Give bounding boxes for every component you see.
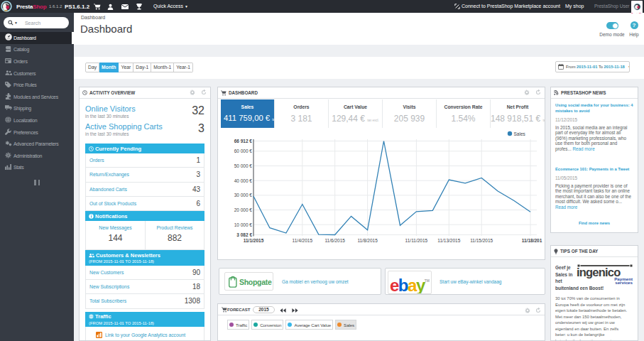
svg-text:services: services: [615, 280, 633, 284]
svg-text:11/11/2015: 11/11/2015: [405, 238, 428, 243]
svg-text:11/4/2015: 11/4/2015: [293, 238, 313, 243]
svg-text:3 082 €: 3 082 €: [236, 232, 252, 237]
svg-text:11/15/2015: 11/15/2015: [470, 238, 493, 243]
svg-text:11/13/2015: 11/13/2015: [437, 238, 460, 243]
svg-text:11/1/2015: 11/1/2015: [244, 238, 264, 243]
svg-text:66 912 €: 66 912 €: [234, 139, 253, 144]
svg-text:40 000 €: 40 000 €: [234, 178, 253, 183]
svg-text:11/6/2015: 11/6/2015: [324, 238, 345, 243]
svg-text:30 000 €: 30 000 €: [234, 193, 253, 197]
svg-text:11/8/2015: 11/8/2015: [357, 238, 378, 243]
svg-text:60 000 €: 60 000 €: [234, 148, 253, 153]
svg-text:10 000 €: 10 000 €: [234, 222, 253, 227]
svg-text:11/18/201: 11/18/201: [522, 238, 542, 243]
svg-text:20 000 €: 20 000 €: [234, 207, 253, 212]
svg-text:Sales: Sales: [514, 131, 526, 136]
svg-text:50 000 €: 50 000 €: [234, 163, 253, 168]
